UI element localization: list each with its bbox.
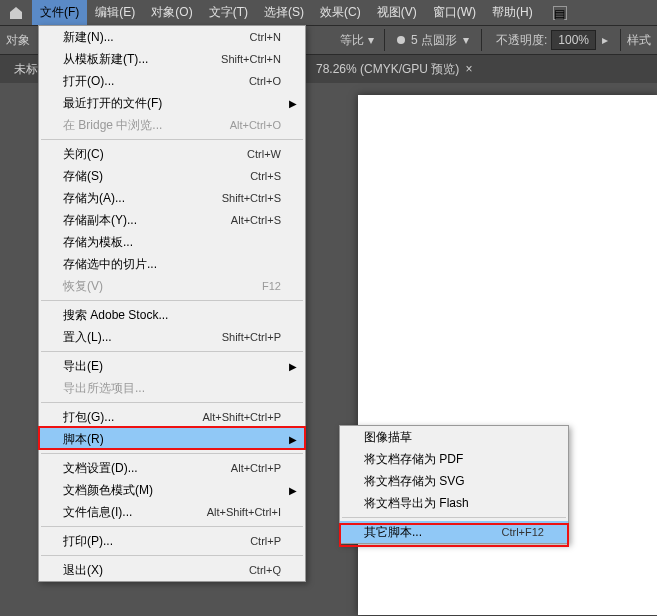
menu-item-shortcut: Alt+Ctrl+O (230, 119, 281, 131)
script-menu-item-1[interactable]: 将文档存储为 PDF (340, 448, 568, 470)
menu-item-label: 图像描草 (364, 429, 544, 446)
menu-item-label: 新建(N)... (63, 29, 250, 46)
menu-item-shortcut: Alt+Shift+Ctrl+I (207, 506, 281, 518)
separator (481, 29, 482, 51)
menu-item-label: 将文档存储为 SVG (364, 473, 544, 490)
menu-item-label: 导出所选项目... (63, 380, 281, 397)
file-menu-item-0[interactable]: 新建(N)...Ctrl+N (39, 26, 305, 48)
file-menu-item-20[interactable]: 打包(G)...Alt+Shift+Ctrl+P (39, 406, 305, 428)
menu-item-shortcut: Shift+Ctrl+N (221, 53, 281, 65)
script-menu-item-5[interactable]: 其它脚本...Ctrl+F12 (340, 521, 568, 543)
opacity-value[interactable]: 100% (551, 30, 596, 50)
menu-item-label: 将文档存储为 PDF (364, 451, 544, 468)
menu-edit[interactable]: 编辑(E) (87, 0, 143, 25)
file-menu-item-17[interactable]: 导出(E)▶ (39, 355, 305, 377)
file-menu-item-9[interactable]: 存储副本(Y)...Alt+Ctrl+S (39, 209, 305, 231)
menu-object[interactable]: 对象(O) (143, 0, 200, 25)
file-menu-item-8[interactable]: 存储为(A)...Shift+Ctrl+S (39, 187, 305, 209)
menu-item-shortcut: F12 (262, 280, 281, 292)
style-label[interactable]: 样式 (627, 32, 651, 49)
menu-text[interactable]: 文字(T) (201, 0, 256, 25)
menu-item-shortcut: Alt+Ctrl+S (231, 214, 281, 226)
file-menu-dropdown: 新建(N)...Ctrl+N从模板新建(T)...Shift+Ctrl+N打开(… (38, 25, 306, 582)
close-icon[interactable]: × (465, 62, 472, 76)
menu-item-shortcut: Ctrl+F12 (502, 526, 545, 538)
menu-item-shortcut: Shift+Ctrl+S (222, 192, 281, 204)
file-menu-item-24[interactable]: 文档颜色模式(M)▶ (39, 479, 305, 501)
file-menu-item-2[interactable]: 打开(O)...Ctrl+O (39, 70, 305, 92)
menu-item-label: 打印(P)... (63, 533, 250, 550)
menu-item-label: 在 Bridge 中浏览... (63, 117, 230, 134)
menu-item-shortcut: Ctrl+S (250, 170, 281, 182)
file-menu-item-12: 恢复(V)F12 (39, 275, 305, 297)
menu-item-label: 关闭(C) (63, 146, 247, 163)
menu-help[interactable]: 帮助(H) (484, 0, 541, 25)
menu-item-label: 最近打开的文件(F) (63, 95, 281, 112)
menu-separator (41, 300, 303, 301)
menu-item-label: 打包(G)... (63, 409, 202, 426)
file-menu-item-14[interactable]: 搜索 Adobe Stock... (39, 304, 305, 326)
ratio-select[interactable]: 等比 (340, 32, 364, 49)
menu-item-label: 文档颜色模式(M) (63, 482, 281, 499)
menu-item-shortcut: Ctrl+W (247, 148, 281, 160)
menu-item-shortcut: Ctrl+P (250, 535, 281, 547)
menu-effect[interactable]: 效果(C) (312, 0, 369, 25)
tab-zoom: 78.26% (CMYK/GPU 预览) (316, 61, 459, 78)
script-menu-item-0[interactable]: 图像描草 (340, 426, 568, 448)
menu-view[interactable]: 视图(V) (369, 0, 425, 25)
menu-item-label: 退出(X) (63, 562, 249, 579)
file-menu-item-21[interactable]: 脚本(R)▶ (39, 428, 305, 450)
file-menu-item-1[interactable]: 从模板新建(T)...Shift+Ctrl+N (39, 48, 305, 70)
menu-item-label: 文件信息(I)... (63, 504, 207, 521)
script-menu-item-2[interactable]: 将文档存储为 SVG (340, 470, 568, 492)
file-menu-item-25[interactable]: 文件信息(I)...Alt+Shift+Ctrl+I (39, 501, 305, 523)
menu-item-label: 文档设置(D)... (63, 460, 231, 477)
file-menu-item-3[interactable]: 最近打开的文件(F)▶ (39, 92, 305, 114)
menu-separator (41, 453, 303, 454)
menu-item-label: 存储为模板... (63, 234, 281, 251)
menu-item-shortcut: Ctrl+O (249, 75, 281, 87)
opacity-label: 不透明度: (496, 32, 547, 49)
menu-item-shortcut: Ctrl+N (250, 31, 281, 43)
file-menu-item-4: 在 Bridge 中浏览...Alt+Ctrl+O (39, 114, 305, 136)
menu-item-label: 恢复(V) (63, 278, 262, 295)
file-menu-item-11[interactable]: 存储选中的切片... (39, 253, 305, 275)
menu-item-label: 从模板新建(T)... (63, 51, 221, 68)
stroke-select[interactable]: 5 点圆形 (411, 32, 457, 49)
file-menu-item-10[interactable]: 存储为模板... (39, 231, 305, 253)
home-icon[interactable] (8, 5, 24, 21)
menu-item-label: 其它脚本... (364, 524, 502, 541)
menu-item-label: 存储选中的切片... (63, 256, 281, 273)
menu-separator (41, 402, 303, 403)
menu-separator (342, 517, 566, 518)
script-menu-item-3[interactable]: 将文档导出为 Flash (340, 492, 568, 514)
menubar: 文件(F) 编辑(E) 对象(O) 文字(T) 选择(S) 效果(C) 视图(V… (0, 0, 657, 25)
menu-select[interactable]: 选择(S) (256, 0, 312, 25)
file-menu-item-15[interactable]: 置入(L)...Shift+Ctrl+P (39, 326, 305, 348)
menu-window[interactable]: 窗口(W) (425, 0, 484, 25)
menu-file[interactable]: 文件(F) (32, 0, 87, 25)
toolbar-left: 对象 (6, 32, 30, 49)
layout-icon[interactable]: ▤ (553, 6, 567, 20)
file-menu-item-7[interactable]: 存储(S)Ctrl+S (39, 165, 305, 187)
menu-item-shortcut: Shift+Ctrl+P (222, 331, 281, 343)
menu-item-label: 搜索 Adobe Stock... (63, 307, 281, 324)
menu-separator (41, 139, 303, 140)
menu-item-label: 将文档导出为 Flash (364, 495, 544, 512)
menu-item-label: 脚本(R) (63, 431, 281, 448)
file-menu-item-18: 导出所选项目... (39, 377, 305, 399)
chevron-right-icon: ▶ (289, 485, 297, 496)
file-menu-item-23[interactable]: 文档设置(D)...Alt+Ctrl+P (39, 457, 305, 479)
menu-item-label: 存储为(A)... (63, 190, 222, 207)
menu-separator (41, 526, 303, 527)
file-menu-item-6[interactable]: 关闭(C)Ctrl+W (39, 143, 305, 165)
menu-item-shortcut: Ctrl+Q (249, 564, 281, 576)
menu-item-label: 存储(S) (63, 168, 250, 185)
script-submenu-dropdown: 图像描草将文档存储为 PDF将文档存储为 SVG将文档导出为 Flash其它脚本… (339, 425, 569, 544)
menu-item-shortcut: Alt+Shift+Ctrl+P (202, 411, 281, 423)
file-menu-item-29[interactable]: 退出(X)Ctrl+Q (39, 559, 305, 581)
chevron-right-icon: ▶ (289, 361, 297, 372)
file-menu-item-27[interactable]: 打印(P)...Ctrl+P (39, 530, 305, 552)
separator (620, 29, 621, 51)
menu-separator (41, 555, 303, 556)
